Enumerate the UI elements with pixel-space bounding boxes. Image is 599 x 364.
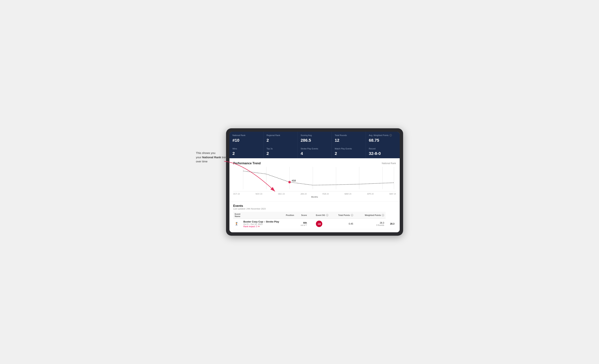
stat-total-rounds-value: 12	[335, 138, 363, 143]
col-weighted-points: Weighted Points i	[355, 212, 386, 219]
stats-row2: Wins 2 Top 3s 2 Stroke Play Events 4 Mat…	[229, 145, 400, 158]
event-sg-cell: 0.45	[330, 219, 355, 229]
stat-regional-rank-label: Regional Rank	[266, 134, 294, 137]
event-name-cell: Buster Cozy Cup – Stroke Play Oct 9 – Oc…	[242, 219, 296, 229]
stat-stroke-play: Stroke Play Events 4	[298, 145, 332, 158]
events-section: Events Last updated: 24th November 2023 …	[229, 201, 400, 232]
event-sg-value: 0.45	[331, 222, 353, 225]
events-updated: Last updated: 24th November 2023	[233, 208, 396, 210]
stat-total-rounds: Total Rounds 12	[332, 132, 366, 145]
stat-regional-rank-value: 2	[266, 138, 294, 143]
stat-wins: Wins 2	[229, 145, 263, 158]
col-position: Position	[242, 212, 296, 219]
stat-national-rank-label: National Rank	[232, 134, 260, 137]
performance-chart: #10	[233, 167, 396, 191]
score-badge: -22	[316, 221, 322, 227]
annotation-text: This shows you your National Rank trend …	[196, 151, 230, 164]
stat-national-rank: National Rank #10	[229, 132, 263, 145]
col-event-name: Event Name	[233, 212, 242, 219]
stat-top3s: Top 3s 2	[264, 145, 297, 158]
stat-national-rank-value: #10	[232, 138, 260, 143]
total-points-value: 28.3	[356, 222, 384, 224]
outer-wrapper: This shows you your National Rank trend …	[196, 128, 403, 236]
golf-icon: 🏌️	[235, 222, 239, 226]
stat-stroke-play-label: Stroke Play Events	[301, 147, 328, 150]
tablet-frame: National Rank #10 Regional Rank 2 Scorin…	[226, 128, 403, 236]
x-label-dec23: DEC 23	[278, 193, 285, 195]
col-total-points: Total Points i	[330, 212, 355, 219]
stat-wins-value: 2	[232, 151, 260, 156]
info-icon-event-sg: i	[326, 214, 328, 216]
x-label-mar24: MAR 24	[344, 193, 351, 195]
events-table-head: Event Name Position Score Event SG i Tot…	[233, 212, 396, 219]
stat-record: Record 32-8-0	[366, 145, 400, 158]
stat-match-play: Match Play Events 2	[332, 145, 366, 158]
rank-impact: Rank Impact: 3 ▼	[243, 225, 294, 228]
info-icon-total-points: i	[351, 214, 353, 216]
event-position-sub: out of 7	[297, 224, 307, 226]
stat-top3s-label: Top 3s	[266, 147, 294, 150]
annotation-line1: This shows you	[196, 151, 215, 154]
stat-total-rounds-label: Total Rounds	[335, 134, 363, 137]
info-icon-avg-weighted: i	[389, 134, 392, 136]
stats-row1: National Rank #10 Regional Rank 2 Scorin…	[229, 132, 400, 145]
weighted-points-cell: 28.3	[386, 219, 396, 229]
tablet-screen: National Rank #10 Regional Rank 2 Scorin…	[229, 132, 400, 232]
event-name: Buster Cozy Cup – Stroke Play	[243, 220, 294, 223]
info-icon-weighted-points: i	[382, 214, 384, 216]
stat-record-label: Record	[369, 147, 397, 150]
x-label-oct23: OCT 23	[233, 193, 240, 195]
total-points-sub: 3 Rounds	[356, 224, 384, 226]
stat-avg-weighted-value: 68.75	[369, 138, 397, 143]
performance-title: Performance Trend	[233, 162, 261, 165]
stat-avg-weighted: Avg. Weighted Points i 68.75	[366, 132, 400, 145]
x-label-jan24: JAN 24	[300, 193, 307, 195]
events-table-header-row: Event Name Position Score Event SG i Tot…	[233, 212, 396, 219]
performance-header: Performance Trend National Rank	[233, 162, 396, 165]
x-label-feb24: FEB 24	[323, 193, 329, 195]
performance-section: Performance Trend National Rank	[229, 158, 400, 201]
annotation-bold: National Rank	[202, 156, 221, 159]
stat-scoring-avg-value: 286.5	[301, 138, 328, 143]
events-title: Events	[233, 204, 396, 208]
event-position-cell: 6th out of 7	[296, 219, 308, 229]
total-points-cell: 28.3 3 Rounds	[355, 219, 386, 229]
stat-match-play-value: 2	[335, 151, 363, 156]
event-icon-cell: 🏌️	[233, 219, 242, 229]
event-position: 6th	[297, 221, 307, 224]
rank-impact-arrow: ▼	[258, 225, 260, 228]
stat-stroke-play-value: 4	[301, 151, 328, 156]
event-score-cell: -22	[308, 219, 330, 229]
stat-match-play-label: Match Play Events	[335, 147, 363, 150]
performance-label: National Rank	[382, 162, 396, 165]
x-label-nov23: NOV 23	[255, 193, 262, 195]
stat-scoring-avg: Scoring Avg. 286.5	[298, 132, 332, 145]
stat-wins-label: Wins	[232, 147, 260, 150]
stat-avg-weighted-label: Avg. Weighted Points i	[369, 134, 397, 137]
stat-regional-rank: Regional Rank 2	[264, 132, 297, 145]
stat-top3s-value: 2	[266, 151, 294, 156]
event-date: Oct 9 – Oct 10, 2023	[243, 223, 294, 225]
rank-dot	[288, 181, 291, 183]
table-row: 🏌️ Buster Cozy Cup – Stroke Play Oct 9 –…	[233, 219, 396, 229]
performance-chart-svg: #10	[233, 167, 396, 191]
rank-label: #10	[292, 179, 296, 182]
annotation-line2: your	[196, 156, 202, 159]
stat-scoring-avg-label: Scoring Avg.	[301, 134, 328, 137]
x-label-apr24: APR 24	[367, 193, 374, 195]
x-axis-labels: OCT 23 NOV 23 DEC 23 JAN 24 FEB 24 MAR 2…	[233, 192, 396, 195]
col-event-sg: Event SG i	[308, 212, 330, 219]
weighted-points-value: 28.3	[390, 222, 395, 225]
chart-x-title: Months	[233, 195, 396, 200]
events-table: Event Name Position Score Event SG i Tot…	[233, 212, 396, 229]
stat-record-value: 32-8-0	[369, 151, 397, 156]
events-table-body: 🏌️ Buster Cozy Cup – Stroke Play Oct 9 –…	[233, 219, 396, 229]
x-label-may24: MAY 24	[389, 193, 396, 195]
col-score: Score	[296, 212, 308, 219]
